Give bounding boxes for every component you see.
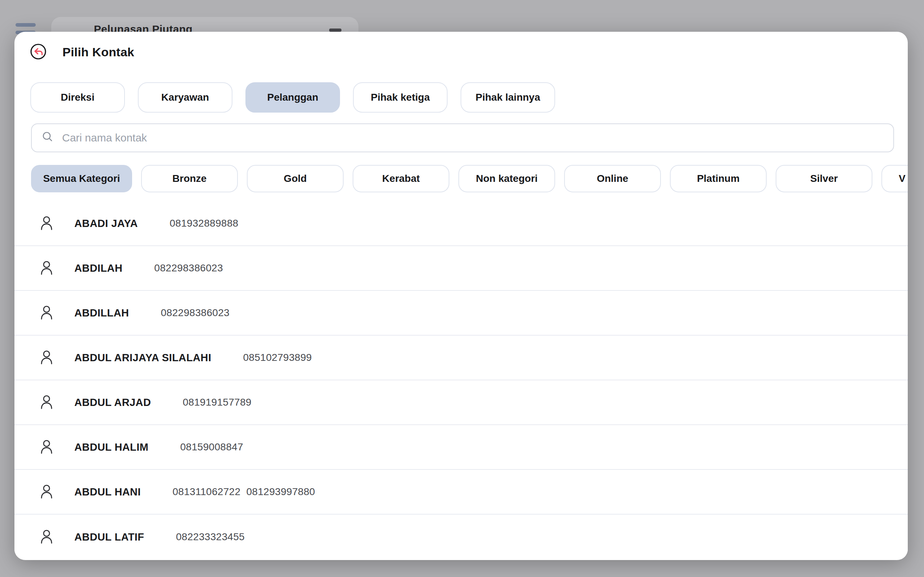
contact-row[interactable]: ABDUL ARJAD 081919157789 [15,380,908,425]
category-chip[interactable]: Semua Kategori [31,165,132,192]
back-arrow-icon [30,56,47,61]
contact-name: ABDUL LATIF [74,531,144,543]
contact-name: ABDUL ARJAD [74,396,151,408]
contact-phone: 082298386023 [161,307,229,319]
person-icon [40,305,53,322]
category-chip[interactable]: V [881,165,908,192]
contact-type-tab[interactable]: Karyawan [138,82,232,113]
category-chip[interactable]: Non kategori [458,165,555,192]
contact-type-tab[interactable]: Pelanggan [245,82,340,113]
contact-phone: 081311062722 081293997880 [173,486,315,498]
category-chip[interactable]: Kerabat [353,165,449,192]
contact-list: ABADI JAYA 081932889888 ABDILAH 08229838… [15,201,908,560]
modal-header: Pilih Kontak [15,32,908,71]
person-icon [40,215,53,232]
contact-row[interactable]: ABDILAH 082298386023 [15,246,908,291]
modal-title: Pilih Kontak [63,45,134,59]
person-icon [40,260,53,277]
contact-phone: 081919157789 [183,396,251,408]
contact-row[interactable]: ABDUL ARIJAYA SILALAHI 085102793899 [15,335,908,380]
contact-type-tab[interactable]: Pihak lainnya [461,82,555,113]
search-icon [41,131,54,145]
category-chip[interactable]: Online [564,165,661,192]
contact-row[interactable]: ABDILLAH 082298386023 [15,291,908,335]
pilih-kontak-modal: Pilih Kontak DireksiKaryawanPelangganPih… [15,32,908,560]
contact-name: ABDUL ARIJAYA SILALAHI [74,352,211,364]
contact-phone: 08159008847 [180,441,243,453]
contact-phone: 082298386023 [154,262,223,274]
contact-name: ABDILAH [74,262,123,274]
contact-type-tabs: DireksiKaryawanPelangganPihak ketigaPiha… [30,82,555,113]
person-icon [40,484,53,501]
contact-name: ABDUL HANI [74,486,141,498]
contact-type-tab[interactable]: Pihak ketiga [353,82,448,113]
search-box [31,123,894,152]
category-chip[interactable]: Bronze [141,165,238,192]
hamburger-bar [16,23,36,27]
search-input[interactable] [54,124,893,152]
contact-phone: 081932889888 [169,218,238,229]
contact-row[interactable]: ABADI JAYA 081932889888 [15,201,908,246]
contact-name: ABADI JAYA [74,218,138,229]
person-icon [40,349,53,366]
contact-row[interactable]: ABDUL HANI 081311062722 081293997880 [15,470,908,514]
category-chip[interactable]: Silver [776,165,872,192]
person-icon [40,439,53,456]
contact-phone: 085102793899 [243,352,311,363]
contact-row[interactable]: ABDUL HALIM 08159008847 [15,425,908,470]
category-chip[interactable]: Platinum [670,165,767,192]
contact-name: ABDUL HALIM [74,441,148,453]
contact-name: ABDILLAH [74,307,129,319]
contact-row[interactable]: ABDUL LATIF 082233323455 [15,514,908,559]
category-chip[interactable]: Gold [247,165,343,192]
close-icon[interactable] [329,29,342,32]
person-icon [40,529,53,546]
person-icon [40,394,53,411]
back-button[interactable] [30,43,47,60]
contact-phone: 082233323455 [176,531,244,543]
contact-type-tab[interactable]: Direksi [30,82,125,113]
category-chips: Semua KategoriBronzeGoldKerabatNon kateg… [31,165,908,192]
